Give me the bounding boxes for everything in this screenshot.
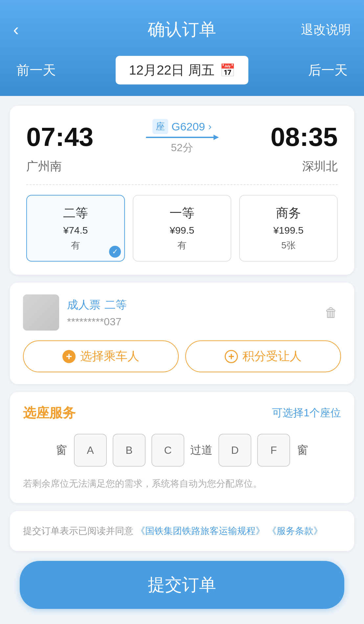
seat-class-name-3: 商务 <box>276 205 301 221</box>
seat-d-label: D <box>231 444 239 456</box>
arrive-time: 08:35 <box>270 122 338 152</box>
seat-option-business-class[interactable]: 商务 ¥199.5 5张 <box>239 195 338 262</box>
seat-f-label: F <box>270 444 277 456</box>
window-label-left: 窗 <box>55 443 68 458</box>
refund-button[interactable]: 退改说明 <box>301 21 351 38</box>
depart-station: 广州南 <box>26 158 62 174</box>
calendar-icon: 📅 <box>220 63 235 78</box>
seat-class-tag[interactable]: 二等 <box>104 297 127 312</box>
header: ‹ 确认订单 退改说明 <box>0 0 364 49</box>
passenger-tags: 成人票 二等 <box>67 297 313 312</box>
prev-day-button[interactable]: 前一天 <box>16 61 56 79</box>
add-points-icon: + <box>225 350 238 363</box>
train-duration: 52分 <box>171 141 193 155</box>
passenger-id: *********037 <box>67 316 121 328</box>
station-row: 广州南 深圳北 <box>26 158 338 174</box>
seat-select-title: 选座服务 <box>23 404 76 422</box>
seat-d-button[interactable]: D <box>218 434 251 467</box>
route-arrow <box>146 137 218 138</box>
seat-selection-card: 选座服务 可选择1个座位 窗 A B C 过道 D F <box>10 392 354 503</box>
seat-c-label: C <box>164 444 171 456</box>
submit-area: 提交订单 <box>10 561 354 622</box>
passenger-row: 成人票 二等 *********037 🗑 <box>23 294 341 331</box>
seat-note: 若剩余席位无法满足您的需求，系统将自动为您分配席位。 <box>23 476 341 491</box>
depart-time: 07:43 <box>26 122 94 152</box>
seat-class-avail-3: 5张 <box>281 239 296 252</box>
add-points-label: 积分受让人 <box>242 348 302 364</box>
terms-text: 提交订单表示已阅读并同意 《国铁集团铁路旅客运输规程》 《服务条款》 <box>23 523 341 539</box>
seat-class-options: 二等 ¥74.5 有 ✓ 一等 ¥99.5 有 商务 ¥199.5 5张 <box>26 195 338 262</box>
divider <box>26 184 338 185</box>
terms-link-1[interactable]: 《国铁集团铁路旅客运输规程》 <box>136 526 265 536</box>
page-title: 确认订单 <box>148 18 216 41</box>
seat-select-header: 选座服务 可选择1个座位 <box>23 404 341 422</box>
submit-button[interactable]: 提交订单 <box>20 561 344 609</box>
seat-class-price-3: ¥199.5 <box>273 225 304 236</box>
seat-b-button[interactable]: B <box>113 434 146 467</box>
date-selector[interactable]: 12月22日 周五 📅 <box>116 56 248 84</box>
seat-option-second-class[interactable]: 二等 ¥74.5 有 ✓ <box>26 195 125 262</box>
terms-link-2[interactable]: 《服务条款》 <box>267 526 323 536</box>
add-passenger-button[interactable]: + 选择乘车人 <box>23 340 179 372</box>
seat-layout: 窗 A B C 过道 D F 窗 <box>23 434 341 467</box>
train-badge: 座 <box>152 119 168 134</box>
add-passenger-label: 选择乘车人 <box>80 348 139 364</box>
seat-a-label: A <box>87 444 94 456</box>
seat-a-button[interactable]: A <box>74 434 107 467</box>
seat-class-price-2: ¥99.5 <box>170 225 194 236</box>
action-buttons-row: + 选择乘车人 + 积分受让人 <box>23 340 341 372</box>
arrive-station: 深圳北 <box>302 158 338 174</box>
chevron-right-icon: › <box>208 121 212 132</box>
delete-passenger-button[interactable]: 🗑 <box>321 302 341 323</box>
add-points-button[interactable]: + 积分受让人 <box>185 340 341 372</box>
seat-select-hint: 可选择1个座位 <box>272 406 341 420</box>
seat-class-avail-1: 有 <box>71 239 80 252</box>
window-label-right: 窗 <box>296 443 309 458</box>
train-middle-info: 座 G6209 › 52分 <box>94 119 271 155</box>
add-passenger-icon: + <box>62 350 76 363</box>
terms-card: 提交订单表示已阅读并同意 《国铁集团铁路旅客运输规程》 《服务条款》 <box>10 511 354 551</box>
avatar <box>23 294 59 331</box>
ticket-type-tag[interactable]: 成人票 <box>67 297 101 312</box>
seat-class-avail-2: 有 <box>177 239 187 252</box>
main-content: 07:43 座 G6209 › 52分 08:35 广州南 深圳北 <box>0 96 364 624</box>
selected-checkmark: ✓ <box>109 246 121 258</box>
terms-prefix: 提交订单表示已阅读并同意 <box>23 526 133 536</box>
date-navigation: 前一天 12月22日 周五 📅 后一天 <box>0 49 364 96</box>
train-number[interactable]: 座 G6209 › <box>152 119 212 134</box>
date-label: 12月22日 周五 <box>129 61 214 79</box>
aisle-label: 过道 <box>190 443 213 458</box>
seat-class-name-2: 一等 <box>170 205 194 221</box>
seat-f-button[interactable]: F <box>257 434 290 467</box>
train-route: 07:43 座 G6209 › 52分 08:35 <box>26 119 338 155</box>
seat-option-first-class[interactable]: 一等 ¥99.5 有 <box>133 195 231 262</box>
passenger-card: 成人票 二等 *********037 🗑 + 选择乘车人 + 积分受让人 <box>10 283 354 384</box>
seat-c-button[interactable]: C <box>151 434 184 467</box>
seat-class-name-1: 二等 <box>63 205 88 221</box>
train-number-label: G6209 <box>171 120 205 133</box>
passenger-info: 成人票 二等 *********037 <box>67 297 313 328</box>
next-day-button[interactable]: 后一天 <box>308 61 348 79</box>
train-card: 07:43 座 G6209 › 52分 08:35 广州南 深圳北 <box>10 106 354 275</box>
seat-class-price-1: ¥74.5 <box>63 225 88 236</box>
seat-b-label: B <box>125 444 132 456</box>
back-button[interactable]: ‹ <box>13 20 19 39</box>
